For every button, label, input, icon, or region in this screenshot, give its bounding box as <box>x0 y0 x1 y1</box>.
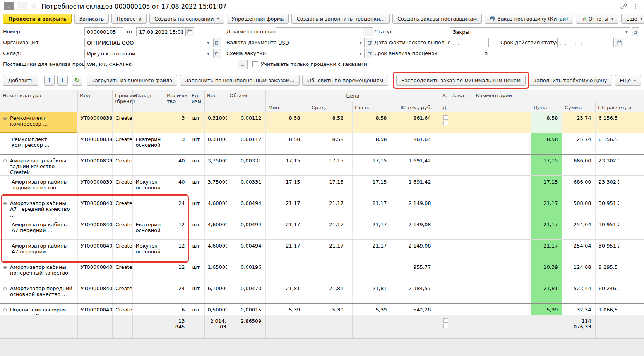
cell-nomenclature[interactable]: ⊖Ремкомплект компрессор ... <box>0 112 77 133</box>
cell-qty[interactable]: 3 <box>164 112 189 133</box>
cell-code[interactable]: УТ000008403 <box>77 197 112 218</box>
collapse-icon[interactable]: ⊖ <box>3 200 9 218</box>
cell-warehouse[interactable]: Екатерин основной <box>132 133 164 155</box>
table-row[interactable]: Амортизатор кабины А7 передний ...УТ0000… <box>0 218 644 240</box>
cell-comment[interactable] <box>473 112 531 133</box>
cell-price-avg[interactable]: 21,17 <box>309 240 352 261</box>
cell-volume[interactable]: 0,00494 <box>227 218 265 240</box>
cell-ps-current[interactable]: 1 691,42 <box>396 155 440 176</box>
cell-unit[interactable]: шт <box>189 176 204 197</box>
cell-ps-current[interactable]: 2 149,08 <box>396 197 440 218</box>
cell-nomenclature[interactable]: ⊖Амортизатор кабины А7 передний качество… <box>0 197 77 218</box>
update-by-transfers-button[interactable]: Обновить по перемещениям <box>302 75 388 86</box>
table-row[interactable]: Амортизатор кабины задний качество ...УТ… <box>0 176 644 197</box>
cell-sum[interactable]: 254,04 <box>562 218 595 240</box>
cell-code[interactable]: УТ000008385 <box>77 133 112 155</box>
organization-combo[interactable]: ОПТИМСНАБ ООО ▾ <box>84 38 212 47</box>
refresh-icon[interactable]: ↻ <box>72 75 82 86</box>
cell-warehouse[interactable] <box>132 282 164 304</box>
cell-sum[interactable]: 508,08 <box>562 197 595 218</box>
cell-order[interactable] <box>449 261 473 282</box>
cell-comment[interactable] <box>473 155 531 176</box>
cell-order[interactable] <box>449 240 473 261</box>
table-row[interactable]: ⊖Амортизатор кабины А7 передний качество… <box>0 197 644 218</box>
cell-nomenclature[interactable]: Амортизатор кабины задний качество ... <box>0 176 77 197</box>
cell-code[interactable]: УТ000008405 <box>77 261 112 282</box>
cell-ps-current[interactable]: 542,28 <box>396 304 440 315</box>
cell-price[interactable]: 17,15 <box>531 176 562 197</box>
cell-weight[interactable]: 4,60000 <box>204 197 227 218</box>
cell-price-min[interactable]: 5,39 <box>265 304 309 315</box>
cell-sum[interactable]: 686,00 <box>562 176 595 197</box>
doc-date-input[interactable] <box>136 27 186 36</box>
cell-qty[interactable]: 24 <box>164 282 189 304</box>
back-icon[interactable]: ← <box>4 2 14 10</box>
cell-nomenclature[interactable]: ⊕Амортизатор кабины поперечный качество … <box>0 261 77 282</box>
cell-price-min[interactable]: 21,81 <box>265 282 309 304</box>
post-button[interactable]: Провести <box>111 14 147 24</box>
cell-sum[interactable]: 32,34 <box>562 304 595 315</box>
cell-qty[interactable]: 24 <box>164 197 189 218</box>
simplified-form-button[interactable]: Упрощенная форма <box>227 14 289 24</box>
cell-qty[interactable]: 12 <box>164 240 189 261</box>
table-row[interactable]: ⊕Амортизатор кабины поперечный качество … <box>0 261 644 282</box>
cell-volume[interactable]: 0,00196 <box>227 261 265 282</box>
cell-ps-current[interactable]: 955,77 <box>396 261 440 282</box>
cell-brand[interactable]: Createk <box>112 218 132 240</box>
cell-sum[interactable]: 254,04 <box>562 240 595 261</box>
cell-code[interactable]: УТ000008408 <box>77 304 112 315</box>
cell-price-min[interactable] <box>265 261 309 282</box>
cell-unit[interactable]: шт <box>189 240 204 261</box>
cell-price-min[interactable]: 8,58 <box>265 112 309 133</box>
cell-code[interactable]: УТ000008385 <box>77 112 112 133</box>
cell-weight[interactable]: 0,50000 <box>204 304 227 315</box>
cell-ps-calc[interactable]: 30 951,2 <box>595 240 644 261</box>
expand-icon[interactable]: ⊕ <box>3 264 9 282</box>
cell-price-last[interactable]: 5,39 <box>352 304 396 315</box>
cell-brand[interactable]: Createk <box>112 240 132 261</box>
cell-qty[interactable]: 12 <box>164 261 189 282</box>
cell-price-min[interactable]: 17,15 <box>265 176 309 197</box>
suppliers-ellipsis-button[interactable]: ... <box>238 60 248 69</box>
cell-warehouse[interactable] <box>132 197 164 218</box>
cell-comment[interactable] <box>473 304 531 315</box>
basis-doc-ellipsis-button[interactable]: ... <box>363 27 373 36</box>
cell-price-avg[interactable]: 21,17 <box>309 197 352 218</box>
warehouse-open-button[interactable] <box>213 49 221 58</box>
cell-qty[interactable]: 3 <box>164 133 189 155</box>
save-button[interactable]: Записать <box>74 14 109 24</box>
cell-price[interactable]: 21,17 <box>531 197 562 218</box>
cell-price-last[interactable]: 17,15 <box>352 176 396 197</box>
cell-unit[interactable]: шт <box>189 155 204 176</box>
cell-price-min[interactable]: 21,17 <box>265 197 309 218</box>
cell-ad[interactable] <box>440 112 449 133</box>
currency-combo[interactable]: USD ▾ <box>276 38 365 47</box>
cell-price-avg[interactable]: 21,81 <box>309 282 352 304</box>
cell-sum[interactable]: 686,00 <box>562 155 595 176</box>
cell-ad[interactable] <box>440 282 449 304</box>
cell-volume[interactable]: 0,00331 <box>227 176 265 197</box>
cell-brand[interactable]: Createk <box>112 261 132 282</box>
cell-sum[interactable]: 124,68 <box>562 261 595 282</box>
cell-warehouse[interactable]: Иркутск основной <box>132 240 164 261</box>
cell-comment[interactable] <box>473 218 531 240</box>
cell-comment[interactable] <box>473 261 531 282</box>
cell-brand[interactable]: Createk <box>112 112 132 133</box>
calendar-icon[interactable] <box>185 27 194 36</box>
cell-weight[interactable]: 1,65000 <box>204 261 227 282</box>
cell-ps-current[interactable]: 2 149,08 <box>396 218 440 240</box>
cell-ps-current[interactable]: 2 384,57 <box>396 282 440 304</box>
cell-sum[interactable]: 25,74 <box>562 133 595 155</box>
cell-weight[interactable]: 4,60000 <box>204 240 227 261</box>
cell-sum[interactable]: 25,74 <box>562 112 595 133</box>
cell-ad[interactable] <box>440 218 449 240</box>
cell-order[interactable] <box>449 112 473 133</box>
cell-qty[interactable]: 40 <box>164 176 189 197</box>
favorites-star-icon[interactable]: ☆ <box>31 2 37 10</box>
warehouse-combo[interactable]: Иркутск основной ▾ <box>84 49 212 58</box>
post-and-close-button[interactable]: Провести и закрыть <box>3 14 72 24</box>
purchase-scheme-open-button[interactable] <box>366 49 373 58</box>
cell-order[interactable] <box>449 218 473 240</box>
cell-unit[interactable]: шт <box>189 133 204 155</box>
table-row[interactable]: Ремкомплект компрессор ...УТ000008385Cre… <box>0 133 644 155</box>
